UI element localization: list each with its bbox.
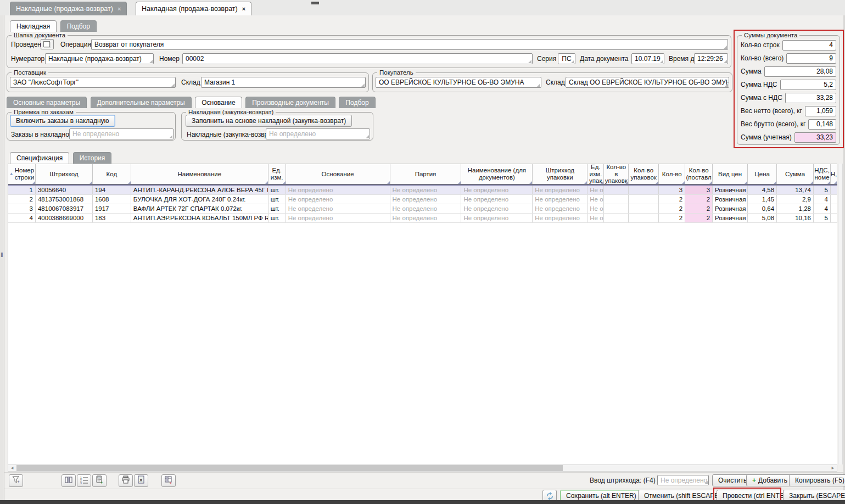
sum-value-field[interactable]: 33,23	[794, 132, 836, 143]
fill-from-purchase-button[interactable]: Заполнить на основе накладной (закупка-в…	[186, 115, 352, 127]
table-cell[interactable]: шт.	[268, 195, 286, 204]
splitter-grip-icon[interactable]: ‖	[1, 251, 3, 258]
scrollbar-thumb[interactable]	[16, 465, 563, 471]
table-cell[interactable]: 10,16	[777, 214, 814, 222]
tab-podbor-2[interactable]: Подбор	[339, 97, 375, 108]
supplier-field[interactable]: ЗАО "ЛюксСофтТорг"	[10, 77, 176, 88]
side-splitter[interactable]: ‖	[0, 15, 4, 500]
table-cell[interactable]: 183	[93, 214, 131, 222]
table-cell[interactable]: Не определено	[286, 214, 390, 222]
proveden-checkbox[interactable]	[41, 39, 54, 49]
column-header-14[interactable]: Кол-во (поставл	[685, 164, 713, 184]
filter-add-button[interactable]: +	[9, 474, 23, 487]
table-cell[interactable]: Не определено	[533, 195, 587, 204]
numerator-field[interactable]: Накладные (продажа-возврат)	[45, 53, 154, 64]
tab-history[interactable]: История	[73, 152, 112, 164]
table-cell[interactable]: 2	[659, 204, 685, 213]
buyer-warehouse-field[interactable]: Склад ОО ЕВРЕЙСКОЕ КУЛЬТУРНОЕ ОБ-ВО ЭМУН…	[566, 77, 729, 88]
table-cell[interactable]: БУЛОЧКА ДЛЯ ХОТ-ДОГА 240Г 0.24кг.	[131, 195, 268, 204]
table-cell[interactable]: Не определено	[390, 195, 462, 204]
table-cell[interactable]	[629, 204, 659, 213]
table-cell[interactable]: 1608	[93, 195, 131, 204]
sum-value-field[interactable]: 9	[786, 53, 836, 64]
table-cell[interactable]: 4	[8, 214, 36, 222]
tab-specification[interactable]: Спецификация	[10, 152, 69, 164]
table-cell[interactable]	[604, 186, 629, 194]
tab-nakladnaya[interactable]: Накладная	[10, 20, 57, 32]
date-field[interactable]: 10.07.19	[631, 53, 664, 64]
sum-value-field[interactable]: 0,148	[808, 119, 836, 130]
table-cell[interactable]	[629, 186, 659, 194]
table-cell[interactable]: 194	[93, 186, 131, 194]
table-cell[interactable]: Не определено	[461, 195, 533, 204]
print-button[interactable]	[119, 474, 133, 487]
vertical-scrollbar[interactable]	[838, 164, 843, 464]
horizontal-scrollbar[interactable]: ◄ ►	[8, 464, 837, 472]
column-header-3[interactable]: Код	[93, 164, 131, 184]
excel-export-button[interactable]: X	[134, 474, 148, 487]
sum-value-field[interactable]: 1,059	[805, 106, 836, 116]
table-cell[interactable]: 2	[8, 195, 36, 204]
operation-field[interactable]: Возврат от покупателя	[91, 39, 728, 50]
table-cell[interactable]: 4813753001868	[36, 195, 93, 204]
table-cell[interactable]	[629, 214, 659, 222]
column-header-5[interactable]: Ед. изм.	[268, 164, 286, 184]
table-cell[interactable]: 2,9	[777, 195, 814, 204]
table-cell[interactable]: Не определено	[533, 204, 587, 213]
table-cell[interactable]: Не определено	[390, 214, 462, 222]
table-row[interactable]: 248137530018681608БУЛОЧКА ДЛЯ ХОТ-ДОГА 2…	[8, 195, 837, 204]
table-cell[interactable]	[831, 204, 837, 213]
close-tab-icon[interactable]: ×	[242, 5, 245, 12]
column-header-13[interactable]: Кол-во	[659, 164, 685, 184]
numbered-list-button[interactable]: 123	[77, 474, 91, 487]
table-cell[interactable]: 5	[814, 186, 831, 194]
table-cell[interactable]: 5,08	[748, 214, 777, 222]
copy-button[interactable]: Копировать (F5)	[789, 474, 845, 486]
table-cell[interactable]: Не определено	[533, 186, 587, 194]
barcode-input[interactable]: Не определено	[657, 475, 709, 485]
table-cell[interactable]: 2	[685, 214, 713, 222]
close-tab-icon[interactable]: ×	[117, 5, 121, 12]
table-cell[interactable]	[629, 195, 659, 204]
table-cell[interactable]: 1,28	[777, 204, 814, 213]
column-header-19[interactable]: Н,	[831, 164, 837, 184]
tab-osnovanie[interactable]: Основание	[195, 97, 242, 108]
column-header-8[interactable]: Наименование (для документов)	[461, 164, 533, 184]
collapse-handle-icon[interactable]	[311, 2, 319, 6]
table-cell[interactable]: Не о	[587, 204, 604, 213]
table-cell[interactable]: АНТИП.-КАРАНД.РЕКСОНА АЛОЕ ВЕРА 45Г REX	[131, 186, 268, 194]
table-cell[interactable]: 0,64	[748, 204, 777, 213]
table-cell[interactable]: Розничная (р	[713, 195, 748, 204]
column-header-1[interactable]: ▲Номер строки	[8, 164, 36, 184]
table-cell[interactable]: Не определено	[286, 204, 390, 213]
table-cell[interactable]: Не определено	[286, 195, 390, 204]
column-header-9[interactable]: Штрихкод упаковки	[533, 164, 587, 184]
table-cell[interactable]: Не определено	[533, 214, 587, 222]
window-tab-nakladnaya[interactable]: Накладная (продажа-возврат)×	[136, 2, 251, 15]
column-header-4[interactable]: Наименование	[131, 164, 268, 184]
table-cell[interactable]	[604, 195, 629, 204]
column-header-2[interactable]: Штрихкод	[36, 164, 93, 184]
table-cell[interactable]	[831, 195, 837, 204]
sum-value-field[interactable]: 5,2	[780, 80, 837, 90]
table-cell[interactable]: 2	[659, 214, 685, 222]
table-cell[interactable]: 2	[685, 204, 713, 213]
column-header-7[interactable]: Партия	[390, 164, 462, 184]
table-cell[interactable]: Не определено	[286, 186, 390, 194]
supplier-warehouse-field[interactable]: Магазин 1	[201, 77, 366, 88]
table-cell[interactable]: 4,58	[748, 186, 777, 194]
table-columns-button[interactable]	[61, 474, 76, 487]
table-cell[interactable]: 30056640	[36, 186, 93, 194]
table-cell[interactable]: 3	[685, 186, 713, 194]
table-cell[interactable]	[604, 204, 629, 213]
table-cell[interactable]: Не определено	[461, 214, 533, 222]
table-cell[interactable]: Не о	[587, 195, 604, 204]
tab-main-params[interactable]: Основные параметры	[7, 97, 87, 108]
column-header-6[interactable]: Основание	[286, 164, 390, 184]
table-cell[interactable]: 1,45	[748, 195, 777, 204]
table-cell[interactable]: 4000388669000	[36, 214, 93, 222]
tab-podbor[interactable]: Подбор	[60, 20, 97, 32]
table-cell[interactable]: Не определено	[390, 204, 462, 213]
scroll-right-icon[interactable]: ►	[829, 465, 837, 471]
time-field[interactable]: 12:29:26	[694, 53, 728, 64]
